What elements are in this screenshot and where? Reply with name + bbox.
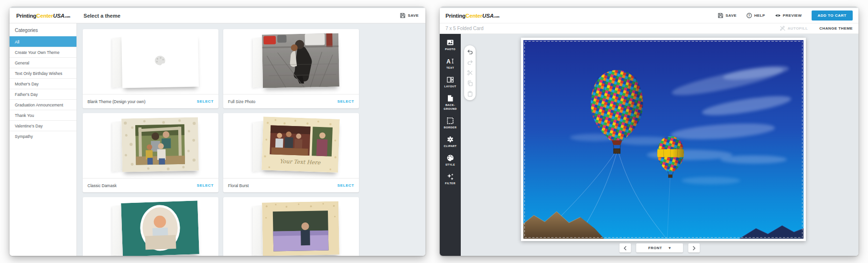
palette-watermark-icon xyxy=(153,55,167,67)
theme-card-floral-burst: Your Text Here Floral Burst SELECT xyxy=(223,113,359,192)
select-theme-button[interactable]: SELECT xyxy=(197,183,214,188)
style-palette-icon xyxy=(446,154,454,162)
change-theme-button[interactable]: CHANGE THEME xyxy=(819,26,853,31)
theme-label: Floral Burst xyxy=(228,183,249,188)
theme-card-blank: Blank Theme (Design your own) SELECT xyxy=(83,29,218,108)
preview-eye-icon xyxy=(775,12,781,19)
theme-label: Full Size Photo xyxy=(228,99,255,104)
photo-icon xyxy=(446,39,454,46)
save-button[interactable]: SAVE xyxy=(400,12,419,19)
page-navigation: FRONT ▾ xyxy=(461,243,858,252)
save-icon xyxy=(717,12,724,19)
previous-page-button[interactable] xyxy=(619,243,631,252)
copy-icon[interactable] xyxy=(467,80,473,86)
theme-thumbnail-classic-damask xyxy=(83,113,218,179)
theme-label: Classic Damask xyxy=(87,183,117,188)
border-icon xyxy=(446,117,454,125)
save-icon xyxy=(400,12,406,19)
tool-label: TEXT xyxy=(446,66,454,70)
category-item-general[interactable]: General xyxy=(10,57,76,68)
tool-label: LAYOUT xyxy=(444,85,456,88)
undo-icon[interactable] xyxy=(467,49,473,55)
tool-layout[interactable]: LAYOUT xyxy=(440,73,461,91)
category-item-mothers-day[interactable]: Mother's Day xyxy=(10,78,76,89)
theme-thumbnail-full-size-photo xyxy=(223,29,359,95)
save-label: SAVE xyxy=(408,13,419,18)
lavender-photo-mock xyxy=(262,201,339,256)
product-title: 7 x 5 Folded Card xyxy=(445,26,484,31)
printingcenterusa-logo: PrintingCenterUSA.com xyxy=(16,13,70,19)
autofill-disabled-icon xyxy=(780,25,786,32)
card-editor-window: PrintingCenterUSA.com SAVE ? HELP PREVIE… xyxy=(440,7,858,256)
screenshot-stage: PrintingCenterUSA.com Select a theme SAV… xyxy=(0,0,868,263)
preview-label: PREVIEW xyxy=(783,13,802,18)
tool-sidebar: PHOTO A TEXT LAYOUT BACK-GROUND BORDER xyxy=(440,34,461,256)
hot-air-balloons-photo xyxy=(523,40,803,239)
save-button[interactable]: SAVE xyxy=(717,12,737,19)
logo-printing: Printing xyxy=(16,13,36,19)
category-item-valentines-day[interactable]: Valentine's Day xyxy=(10,120,76,131)
categories-sidebar: Categories All Create Your Own Theme Gen… xyxy=(10,23,77,256)
chevron-right-icon xyxy=(692,246,696,251)
category-item-all[interactable]: All xyxy=(10,36,76,47)
tool-text[interactable]: A TEXT xyxy=(440,54,461,73)
logo-tld: .com xyxy=(65,15,70,18)
category-item-text-only-birthday[interactable]: Text Only Birthday Wishes xyxy=(10,68,76,78)
filter-sparkles-icon xyxy=(446,173,454,180)
autofill-label: AUTOFILL xyxy=(788,26,808,31)
tool-photo[interactable]: PHOTO xyxy=(440,35,461,54)
editor-header: PrintingCenterUSA.com SAVE ? HELP PREVIE… xyxy=(440,8,858,23)
category-item-fathers-day[interactable]: Father's Day xyxy=(10,89,76,99)
logo-usa: USA xyxy=(482,13,494,19)
theme-picker-window: PrintingCenterUSA.com Select a theme SAV… xyxy=(10,7,425,256)
page-title: Select a theme xyxy=(84,13,120,19)
tool-label: FILTER xyxy=(445,182,456,185)
redo-icon[interactable] xyxy=(467,59,473,65)
tool-background[interactable]: BACK-GROUND xyxy=(440,91,461,113)
tool-border[interactable]: BORDER xyxy=(440,114,461,132)
printingcenterusa-logo: PrintingCenterUSA.com xyxy=(445,13,499,19)
theme-thumbnail-blank xyxy=(83,29,218,95)
theme-card-partial-lavender xyxy=(223,197,359,256)
tool-label: PHOTO xyxy=(445,48,456,51)
svg-text:A: A xyxy=(446,58,451,65)
preview-button[interactable]: PREVIEW xyxy=(775,12,802,19)
next-page-button[interactable] xyxy=(688,243,700,252)
floral-photo-mock: Your Text Here xyxy=(261,116,340,173)
autofill-button[interactable]: AUTOFILL xyxy=(780,25,808,32)
logo-usa: USA xyxy=(53,13,65,19)
theme-card-full-size-photo: Full Size Photo SELECT xyxy=(223,29,359,108)
tool-filter[interactable]: FILTER xyxy=(440,169,461,188)
help-button[interactable]: ? HELP xyxy=(746,12,765,19)
layout-icon xyxy=(446,76,454,84)
card-front-page[interactable] xyxy=(521,38,806,241)
help-label: HELP xyxy=(754,13,765,18)
tool-clipart[interactable]: CLIPART xyxy=(440,132,461,151)
select-theme-button[interactable]: SELECT xyxy=(197,99,214,104)
category-item-thank-you[interactable]: Thank You xyxy=(10,110,76,120)
chevron-left-icon xyxy=(623,246,627,251)
tool-style[interactable]: STYLE xyxy=(440,151,461,169)
select-theme-button[interactable]: SELECT xyxy=(337,99,354,104)
save-label: SAVE xyxy=(726,13,737,18)
page-selector-dropdown[interactable]: FRONT ▾ xyxy=(636,243,683,252)
categories-header: Categories xyxy=(10,23,76,36)
tool-label: BORDER xyxy=(444,126,457,129)
category-item-create-your-own[interactable]: Create Your Own Theme xyxy=(10,47,76,57)
theme-card-partial-teal xyxy=(83,197,218,256)
theme-thumbnail-partial-teal xyxy=(83,197,218,256)
theme-thumbnail-floral-burst: Your Text Here xyxy=(223,113,359,179)
category-item-sympathy[interactable]: Sympathy xyxy=(10,131,76,141)
damask-photo-mock xyxy=(121,117,199,172)
tool-label: BACK-GROUND xyxy=(442,104,459,110)
street-photo-mock xyxy=(262,33,339,88)
background-icon xyxy=(446,95,454,102)
paste-icon[interactable] xyxy=(467,91,473,97)
text-icon: A xyxy=(446,57,454,65)
select-theme-button[interactable]: SELECT xyxy=(337,183,354,188)
help-icon: ? xyxy=(746,12,752,19)
logo-center: Center xyxy=(466,13,482,19)
cut-icon[interactable] xyxy=(467,70,473,76)
category-item-graduation[interactable]: Graduation Announcement xyxy=(10,99,76,110)
add-to-cart-button[interactable]: ADD TO CART xyxy=(812,11,853,21)
